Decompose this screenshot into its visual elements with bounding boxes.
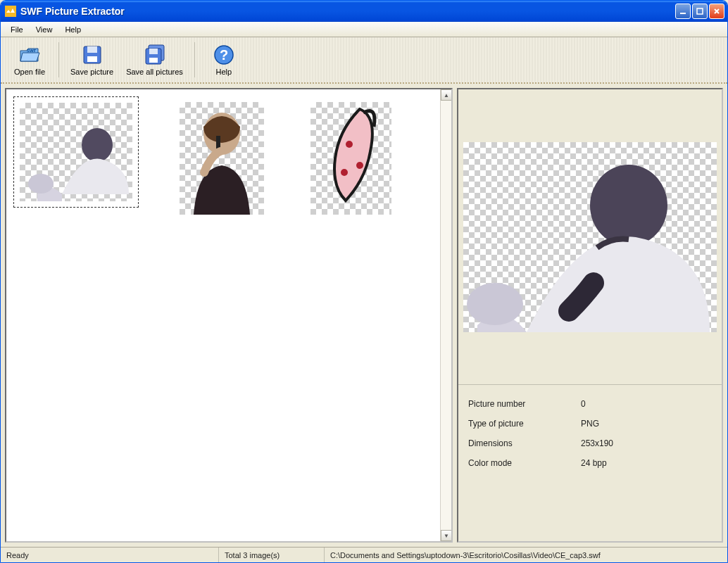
save-all-button[interactable]: Save all pictures [122,40,187,80]
menu-file[interactable]: File [5,23,29,36]
scroll-up-icon[interactable]: ▲ [441,89,452,101]
minimize-button[interactable] [675,4,691,19]
thumbnail-item[interactable] [174,96,270,220]
svg-point-20 [346,141,353,148]
thumbnail-item[interactable] [305,96,397,220]
svg-point-22 [341,169,348,176]
info-value-type: PNG [581,419,712,429]
svg-rect-1 [680,13,686,14]
open-file-button[interactable]: SWF Open file [8,40,51,80]
close-button[interactable] [709,4,724,19]
window-controls [675,4,724,19]
toolbar-separator [58,42,59,77]
svg-rect-0 [5,6,16,17]
svg-rect-9 [149,49,158,54]
svg-rect-2 [697,8,703,14]
save-label: Save picture [70,68,113,76]
svg-rect-6 [87,56,97,62]
help-label: Help [216,68,232,76]
preview-panel: Picture number 0 Type of picture PNG Dim… [457,88,723,543]
statusbar: Ready Total 3 image(s) C:\Documents and … [1,547,727,562]
floppy-icon [81,44,103,66]
status-total: Total 3 image(s) [219,548,325,562]
maximize-button[interactable] [692,4,708,19]
svg-text:?: ? [220,47,228,63]
info-label-mode: Color mode [468,458,581,468]
status-path: C:\Documents and Settings\uptodown-3\Esc… [325,548,727,562]
svg-point-21 [356,162,363,169]
save-all-label: Save all pictures [126,68,183,76]
thumbnail-image [310,102,391,215]
info-value-dim: 253x190 [581,438,712,448]
svg-point-25 [467,283,523,325]
app-window: SWF Picture Extractor File View Help SWF [0,0,728,563]
app-icon [5,6,16,17]
svg-point-14 [82,128,113,162]
menu-view[interactable]: View [30,23,58,36]
svg-point-15 [28,174,54,194]
svg-rect-5 [87,46,97,53]
thumbnail-image [180,102,264,215]
thumbnail-item[interactable] [13,96,139,208]
info-label-type: Type of picture [468,419,581,429]
svg-rect-10 [149,58,158,63]
scroll-track[interactable] [441,101,451,530]
content-area: ▲ ▼ [1,84,727,547]
toolbar: SWF Open file Save picture Save all pict… [1,37,727,84]
picture-info: Picture number 0 Type of picture PNG Dim… [458,385,722,482]
preview-image-box [458,89,722,385]
info-value-number: 0 [581,399,712,409]
folder-icon: SWF [18,44,41,66]
help-icon: ? [213,44,235,66]
menu-help[interactable]: Help [59,23,87,36]
scroll-down-icon[interactable]: ▼ [441,530,452,541]
info-label-number: Picture number [468,399,581,409]
vertical-scrollbar[interactable]: ▲ ▼ [440,89,451,541]
status-ready: Ready [1,548,219,562]
window-title: SWF Picture Extractor [20,6,675,17]
help-button[interactable]: ? Help [202,40,246,80]
info-value-mode: 24 bpp [581,458,712,468]
toolbar-separator [194,42,195,77]
info-label-dim: Dimensions [468,438,581,448]
svg-text:SWF: SWF [27,49,37,53]
menubar: File View Help [1,22,727,37]
titlebar: SWF Picture Extractor [1,1,727,22]
thumbnail-panel: ▲ ▼ [5,88,453,543]
save-picture-button[interactable]: Save picture [66,40,118,80]
floppy-multi-icon [144,44,166,66]
open-label: Open file [14,68,45,76]
preview-image [463,142,717,332]
svg-point-24 [590,165,667,246]
thumbnail-image [20,103,132,201]
